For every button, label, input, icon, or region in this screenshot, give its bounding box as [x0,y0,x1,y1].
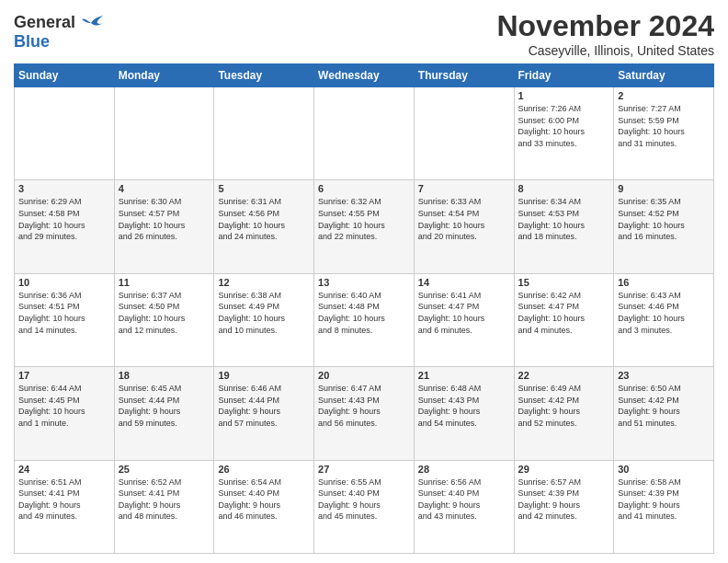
day-info: Sunrise: 6:35 AM Sunset: 4:52 PM Dayligh… [618,196,710,242]
calendar-cell [15,87,115,180]
day-info: Sunrise: 6:33 AM Sunset: 4:54 PM Dayligh… [418,196,510,242]
calendar-cell: 13Sunrise: 6:40 AM Sunset: 4:48 PM Dayli… [314,273,415,366]
day-number: 29 [518,464,610,475]
day-info: Sunrise: 6:41 AM Sunset: 4:47 PM Dayligh… [418,290,510,336]
calendar-cell: 10Sunrise: 6:36 AM Sunset: 4:51 PM Dayli… [15,273,115,366]
day-info: Sunrise: 7:27 AM Sunset: 5:59 PM Dayligh… [618,103,710,149]
logo: General Blue [14,13,105,52]
calendar-cell: 4Sunrise: 6:30 AM Sunset: 4:57 PM Daylig… [114,180,214,273]
calendar-week-1: 1Sunrise: 7:26 AM Sunset: 6:00 PM Daylig… [15,87,714,180]
day-number: 16 [618,277,710,288]
calendar-cell: 22Sunrise: 6:49 AM Sunset: 4:42 PM Dayli… [514,367,614,460]
calendar-cell: 16Sunrise: 6:43 AM Sunset: 4:46 PM Dayli… [614,273,714,366]
calendar-cell: 6Sunrise: 6:32 AM Sunset: 4:55 PM Daylig… [314,180,415,273]
calendar-table: SundayMondayTuesdayWednesdayThursdayFrid… [14,63,714,554]
calendar-cell: 30Sunrise: 6:58 AM Sunset: 4:39 PM Dayli… [614,460,714,553]
logo-bird-icon [77,14,105,32]
calendar-header-wednesday: Wednesday [314,64,415,87]
calendar-cell: 5Sunrise: 6:31 AM Sunset: 4:56 PM Daylig… [214,180,314,273]
calendar-cell: 19Sunrise: 6:46 AM Sunset: 4:44 PM Dayli… [214,367,314,460]
day-number: 10 [18,277,110,288]
calendar-cell: 25Sunrise: 6:52 AM Sunset: 4:41 PM Dayli… [114,460,214,553]
day-info: Sunrise: 6:40 AM Sunset: 4:48 PM Dayligh… [318,290,410,336]
calendar-cell: 1Sunrise: 7:26 AM Sunset: 6:00 PM Daylig… [514,87,614,180]
day-info: Sunrise: 6:31 AM Sunset: 4:56 PM Dayligh… [218,196,310,242]
calendar-cell [414,87,514,180]
day-number: 14 [418,277,510,288]
day-info: Sunrise: 6:36 AM Sunset: 4:51 PM Dayligh… [18,290,110,336]
title-block: November 2024 Caseyville, Illinois, Unit… [496,9,714,58]
day-info: Sunrise: 6:48 AM Sunset: 4:43 PM Dayligh… [418,383,510,429]
day-number: 23 [618,370,710,381]
day-number: 2 [618,90,710,101]
day-number: 20 [318,370,410,381]
day-number: 9 [618,183,710,194]
day-info: Sunrise: 7:26 AM Sunset: 6:00 PM Dayligh… [518,103,610,149]
page: General Blue November 2024 Caseyville, I… [0,0,728,563]
day-number: 24 [18,464,110,475]
day-number: 15 [518,277,610,288]
day-info: Sunrise: 6:34 AM Sunset: 4:53 PM Dayligh… [518,196,610,242]
calendar-cell [214,87,314,180]
day-number: 13 [318,277,410,288]
day-info: Sunrise: 6:50 AM Sunset: 4:42 PM Dayligh… [618,383,710,429]
calendar-cell: 14Sunrise: 6:41 AM Sunset: 4:47 PM Dayli… [414,273,514,366]
calendar-header-monday: Monday [114,64,214,87]
calendar-header-sunday: Sunday [15,64,115,87]
day-number: 17 [18,370,110,381]
calendar-week-5: 24Sunrise: 6:51 AM Sunset: 4:41 PM Dayli… [15,460,714,553]
calendar-header-row: SundayMondayTuesdayWednesdayThursdayFrid… [15,64,714,87]
day-info: Sunrise: 6:49 AM Sunset: 4:42 PM Dayligh… [518,383,610,429]
day-number: 19 [218,370,310,381]
day-number: 27 [318,464,410,475]
day-info: Sunrise: 6:37 AM Sunset: 4:50 PM Dayligh… [119,290,210,336]
calendar-header-thursday: Thursday [414,64,514,87]
calendar-cell: 24Sunrise: 6:51 AM Sunset: 4:41 PM Dayli… [15,460,115,553]
day-number: 28 [418,464,510,475]
day-info: Sunrise: 6:52 AM Sunset: 4:41 PM Dayligh… [119,477,210,523]
location: Caseyville, Illinois, United States [496,43,714,58]
calendar-cell [314,87,415,180]
calendar-cell: 26Sunrise: 6:54 AM Sunset: 4:40 PM Dayli… [214,460,314,553]
day-number: 12 [218,277,310,288]
day-info: Sunrise: 6:30 AM Sunset: 4:57 PM Dayligh… [119,196,210,242]
calendar-cell: 7Sunrise: 6:33 AM Sunset: 4:54 PM Daylig… [414,180,514,273]
calendar-cell: 27Sunrise: 6:55 AM Sunset: 4:40 PM Dayli… [314,460,415,553]
header: General Blue November 2024 Caseyville, I… [14,9,714,58]
day-number: 6 [318,183,410,194]
day-info: Sunrise: 6:29 AM Sunset: 4:58 PM Dayligh… [18,196,110,242]
calendar-cell: 29Sunrise: 6:57 AM Sunset: 4:39 PM Dayli… [514,460,614,553]
calendar-cell: 8Sunrise: 6:34 AM Sunset: 4:53 PM Daylig… [514,180,614,273]
calendar-cell: 18Sunrise: 6:45 AM Sunset: 4:44 PM Dayli… [114,367,214,460]
day-number: 1 [518,90,610,101]
day-number: 7 [418,183,510,194]
day-info: Sunrise: 6:38 AM Sunset: 4:49 PM Dayligh… [218,290,310,336]
calendar-cell: 21Sunrise: 6:48 AM Sunset: 4:43 PM Dayli… [414,367,514,460]
logo-general: General [14,13,75,32]
logo-blue: Blue [14,32,50,52]
day-number: 8 [518,183,610,194]
month-title: November 2024 [496,9,714,43]
calendar-cell: 2Sunrise: 7:27 AM Sunset: 5:59 PM Daylig… [614,87,714,180]
calendar-week-3: 10Sunrise: 6:36 AM Sunset: 4:51 PM Dayli… [15,273,714,366]
day-info: Sunrise: 6:46 AM Sunset: 4:44 PM Dayligh… [218,383,310,429]
day-number: 21 [418,370,510,381]
day-number: 25 [119,464,210,475]
day-info: Sunrise: 6:47 AM Sunset: 4:43 PM Dayligh… [318,383,410,429]
calendar-cell: 12Sunrise: 6:38 AM Sunset: 4:49 PM Dayli… [214,273,314,366]
day-info: Sunrise: 6:42 AM Sunset: 4:47 PM Dayligh… [518,290,610,336]
calendar-cell: 11Sunrise: 6:37 AM Sunset: 4:50 PM Dayli… [114,273,214,366]
day-info: Sunrise: 6:58 AM Sunset: 4:39 PM Dayligh… [618,477,710,523]
calendar-header-saturday: Saturday [614,64,714,87]
calendar-cell: 3Sunrise: 6:29 AM Sunset: 4:58 PM Daylig… [15,180,115,273]
day-info: Sunrise: 6:32 AM Sunset: 4:55 PM Dayligh… [318,196,410,242]
calendar-cell: 20Sunrise: 6:47 AM Sunset: 4:43 PM Dayli… [314,367,415,460]
calendar-cell: 17Sunrise: 6:44 AM Sunset: 4:45 PM Dayli… [15,367,115,460]
calendar-header-tuesday: Tuesday [214,64,314,87]
calendar-cell: 15Sunrise: 6:42 AM Sunset: 4:47 PM Dayli… [514,273,614,366]
day-number: 22 [518,370,610,381]
day-info: Sunrise: 6:56 AM Sunset: 4:40 PM Dayligh… [418,477,510,523]
day-number: 3 [18,183,110,194]
calendar-cell: 23Sunrise: 6:50 AM Sunset: 4:42 PM Dayli… [614,367,714,460]
calendar-cell: 9Sunrise: 6:35 AM Sunset: 4:52 PM Daylig… [614,180,714,273]
